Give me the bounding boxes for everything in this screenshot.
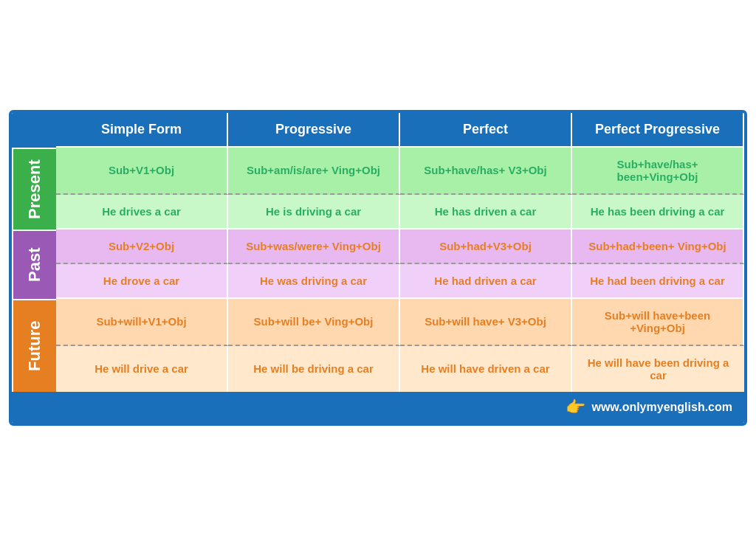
grammar-table: Simple Form Progressive Perfect Perfect … <box>12 113 744 392</box>
header-spacer <box>12 113 56 148</box>
future-formula-perfect: Sub+will have+ V3+Obj <box>400 299 572 346</box>
future-formula-simple: Sub+will+V1+Obj <box>56 299 228 346</box>
future-example-simple: He will drive a car <box>56 346 228 392</box>
main-wrapper: Simple Form Progressive Perfect Perfect … <box>9 110 747 426</box>
past-formula-perfect: Sub+had+V3+Obj <box>400 229 572 264</box>
past-formula-simple: Sub+V2+Obj <box>56 229 228 264</box>
header-perfect: Perfect <box>400 113 572 148</box>
row-label-present: Present <box>12 148 56 229</box>
past-example-perfect-progressive: He had been driving a car <box>572 264 744 299</box>
past-example-progressive: He was driving a car <box>228 264 400 299</box>
future-formula-progressive: Sub+will be+ Ving+Obj <box>228 299 400 346</box>
present-formula-progressive: Sub+am/is/are+ Ving+Obj <box>228 148 400 195</box>
row-label-future: Future <box>12 299 56 392</box>
present-example-progressive: He is driving a car <box>228 195 400 229</box>
past-example-simple: He drove a car <box>56 264 228 299</box>
future-formula-perfect-progressive: Sub+will have+been +Ving+Obj <box>572 299 744 346</box>
future-example-progressive: He will be driving a car <box>228 346 400 392</box>
present-formula-perfect-progressive: Sub+have/has+ been+Ving+Obj <box>572 148 744 195</box>
header-progressive: Progressive <box>228 113 400 148</box>
past-formula-perfect-progressive: Sub+had+been+ Ving+Obj <box>572 229 744 264</box>
header-simple-form: Simple Form <box>56 113 228 148</box>
footer-url: www.onlymyenglish.com <box>591 401 732 414</box>
present-example-simple: He drives a car <box>56 195 228 229</box>
present-formula-simple: Sub+V1+Obj <box>56 148 228 195</box>
future-example-perfect-progressive: He will have been driving a car <box>572 346 744 392</box>
present-formula-perfect: Sub+have/has+ V3+Obj <box>400 148 572 195</box>
present-example-perfect-progressive: He has been driving a car <box>572 195 744 229</box>
row-label-past: Past <box>12 229 56 299</box>
header-perfect-progressive: Perfect Progressive <box>572 113 744 148</box>
footer: 👉 www.onlymyenglish.com <box>12 392 744 423</box>
future-example-perfect: He will have driven a car <box>400 346 572 392</box>
present-example-perfect: He has driven a car <box>400 195 572 229</box>
past-formula-progressive: Sub+was/were+ Ving+Obj <box>228 229 400 264</box>
past-example-perfect: He had driven a car <box>400 264 572 299</box>
pointing-hand-icon: 👉 <box>566 398 585 417</box>
